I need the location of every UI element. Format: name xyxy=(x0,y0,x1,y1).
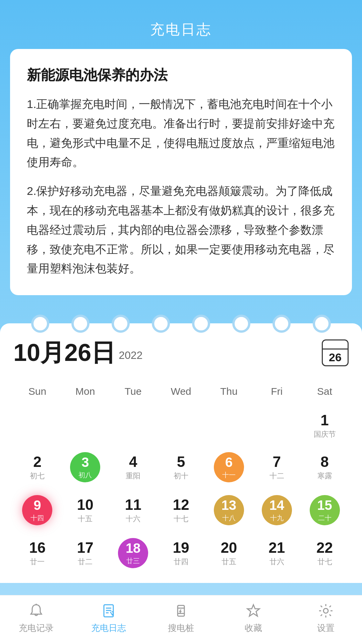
cal-cell-1-2[interactable]: 4重阳 xyxy=(109,447,157,487)
ring-8 xyxy=(313,315,331,333)
cal-circle-18: 18廿三 xyxy=(118,538,148,568)
cal-day-num-3: 3 xyxy=(81,455,89,470)
weekday-mon: Mon xyxy=(61,382,109,400)
nav-label-settings: 设置 xyxy=(317,622,335,634)
cal-circle-13: 13十八 xyxy=(214,495,244,525)
cal-day-sub-18: 廿三 xyxy=(126,556,140,566)
cal-day-num-10: 10 xyxy=(77,496,94,513)
calendar-icon[interactable]: 26 xyxy=(322,339,349,366)
cal-cell-1-6[interactable]: 8寒露 xyxy=(301,447,349,487)
cal-cell-1-1[interactable]: 3初八 xyxy=(61,447,109,487)
cal-circle-6: 6十一 xyxy=(214,452,244,482)
cal-cell-2-0[interactable]: 9十四 xyxy=(13,490,61,530)
cal-day-num-20: 20 xyxy=(221,539,237,556)
cal-circle-14: 14十九 xyxy=(262,495,292,525)
cal-day-num-15: 15 xyxy=(317,498,332,513)
calendar-card: 10月26日2022 26 Sun Mon Tue Wed Thu Fri Sa… xyxy=(0,323,362,583)
cal-icon-top-bar xyxy=(323,345,348,350)
nav-label-search-pole: 搜电桩 xyxy=(168,622,194,634)
cal-day-sub-22: 廿七 xyxy=(317,557,332,567)
article-body: 1.正确掌握充电时间，一般情况下，蓄电池充电时间在十个小时左右，要避免过度充电。… xyxy=(27,95,335,278)
cal-cell-0-6[interactable]: 1国庆节 xyxy=(301,407,349,444)
cal-day-sub-10: 十五 xyxy=(78,514,93,524)
cal-cell-1-4[interactable]: 6十一 xyxy=(205,447,253,487)
cal-cell-2-4[interactable]: 13十八 xyxy=(205,490,253,530)
ring-2 xyxy=(71,315,89,333)
header-title: 充电日志 xyxy=(150,21,212,37)
cal-cell-0-4[interactable] xyxy=(205,407,253,444)
cal-day-sub-13: 十八 xyxy=(222,514,236,523)
nav-item-charge-log[interactable]: 充电日志 xyxy=(72,602,145,634)
cal-cell-2-6[interactable]: 15二十 xyxy=(301,490,349,530)
cal-day-sub-21: 廿六 xyxy=(269,557,284,567)
cal-day-num-11: 11 xyxy=(125,496,141,513)
cal-day-sub-8: 寒露 xyxy=(317,471,332,481)
cal-day-sub-17: 廿二 xyxy=(78,557,93,567)
weekday-thu: Thu xyxy=(205,382,253,400)
cal-day-sub-2: 初七 xyxy=(30,471,45,481)
cal-day-sub-14: 十九 xyxy=(270,514,284,523)
nav-item-search-pole[interactable]: 搜电桩 xyxy=(145,602,217,634)
cal-day-sub-12: 十七 xyxy=(174,514,188,524)
cal-cell-2-3[interactable]: 12十七 xyxy=(157,490,205,530)
cal-day-num-8: 8 xyxy=(320,453,328,470)
nav-item-settings[interactable]: 设置 xyxy=(290,602,362,634)
ring-6 xyxy=(232,315,250,333)
cal-cell-3-5[interactable]: 21廿六 xyxy=(253,533,301,573)
weekday-wed: Wed xyxy=(157,382,205,400)
cal-cell-3-2[interactable]: 18廿三 xyxy=(109,533,157,573)
svg-point-9 xyxy=(323,608,328,613)
cal-cell-1-3[interactable]: 5初十 xyxy=(157,447,205,487)
cal-day-sub-5: 初十 xyxy=(174,471,188,481)
cal-day-num-14: 14 xyxy=(269,498,284,513)
cal-cell-0-5[interactable] xyxy=(253,407,301,444)
cal-cell-1-5[interactable]: 7十二 xyxy=(253,447,301,487)
cal-day-num-7: 7 xyxy=(273,453,281,470)
cal-circle-15: 15二十 xyxy=(310,495,340,525)
cal-day-num-21: 21 xyxy=(268,539,285,556)
cal-icon-day: 26 xyxy=(329,351,342,364)
cal-cell-0-3[interactable] xyxy=(157,407,205,444)
bell-icon xyxy=(27,602,45,620)
cal-day-num-6: 6 xyxy=(225,455,233,470)
svg-marker-8 xyxy=(247,605,259,616)
cal-day-num-22: 22 xyxy=(316,539,333,556)
cal-cell-2-2[interactable]: 11十六 xyxy=(109,490,157,530)
bottom-nav: 充电记录 充电日志 搜电桩 xyxy=(0,595,362,644)
cal-cell-2-5[interactable]: 14十九 xyxy=(253,490,301,530)
cal-day-num-19: 19 xyxy=(173,539,189,556)
calendar-header: 10月26日2022 26 xyxy=(13,337,349,369)
nav-item-charge-record[interactable]: 充电记录 xyxy=(0,602,72,634)
cal-day-sub-19: 廿四 xyxy=(174,557,188,567)
calendar-date-display: 10月26日2022 xyxy=(13,337,142,369)
article-para-2: 2.保护好移动充电器，尽量避免充电器颠簸震动。为了降低成本，现在的移动充电器基本… xyxy=(27,181,335,278)
cal-cell-3-4[interactable]: 20廿五 xyxy=(205,533,253,573)
nav-item-favorites[interactable]: 收藏 xyxy=(217,602,290,634)
cal-cell-3-0[interactable]: 16廿一 xyxy=(13,533,61,573)
cal-day-num-16: 16 xyxy=(29,539,46,556)
cal-cell-0-2[interactable] xyxy=(109,407,157,444)
cal-day-sub-20: 廿五 xyxy=(222,557,236,567)
cal-cell-0-1[interactable] xyxy=(61,407,109,444)
cal-circle-3: 3初八 xyxy=(70,452,100,482)
cal-cell-1-0[interactable]: 2初七 xyxy=(13,447,61,487)
calendar-container: 10月26日2022 26 Sun Mon Tue Wed Thu Fri Sa… xyxy=(0,305,362,583)
cal-cell-2-1[interactable]: 10十五 xyxy=(61,490,109,530)
calendar-year: 2022 xyxy=(119,349,142,361)
article-card: 新能源电池保养的办法 1.正确掌握充电时间，一般情况下，蓄电池充电时间在十个小时… xyxy=(10,49,352,295)
star-icon xyxy=(245,602,262,620)
weekday-fri: Fri xyxy=(253,382,301,400)
cal-day-sub-6: 十一 xyxy=(222,471,236,480)
cal-day-sub-11: 十六 xyxy=(126,514,140,524)
cal-cell-3-6[interactable]: 22廿七 xyxy=(301,533,349,573)
cal-day-sub-4: 重阳 xyxy=(126,471,140,481)
cal-cell-0-0[interactable] xyxy=(13,407,61,444)
ring-4 xyxy=(152,315,170,333)
cal-cell-3-3[interactable]: 19廿四 xyxy=(157,533,205,573)
charging-icon xyxy=(172,602,190,620)
nav-label-charge-log: 充电日志 xyxy=(91,622,126,634)
article-title: 新能源电池保养的办法 xyxy=(27,66,335,85)
ring-3 xyxy=(112,315,130,333)
cal-cell-3-1[interactable]: 17廿二 xyxy=(61,533,109,573)
cal-day-num-1: 1 xyxy=(320,412,328,429)
